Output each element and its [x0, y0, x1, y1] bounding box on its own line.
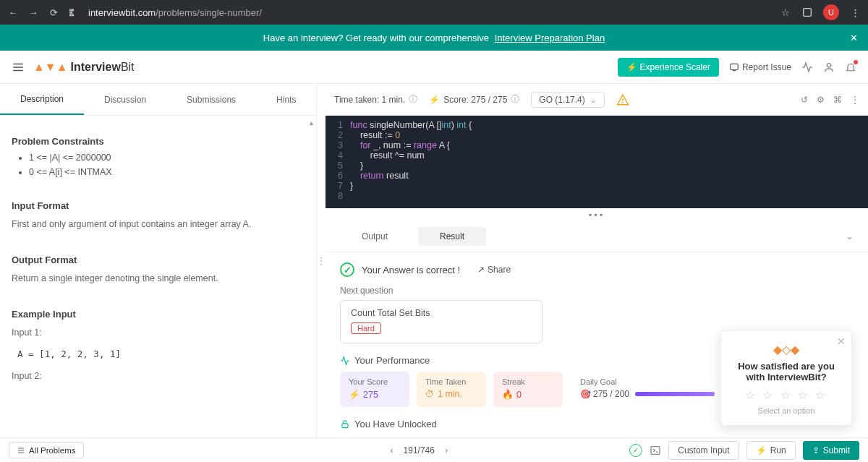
more-icon[interactable]: ⋮	[851, 95, 859, 105]
constraints-title: Problem Constraints	[12, 136, 305, 147]
score-chip: ⚡ Score: 275 / 275 ⓘ	[429, 93, 519, 106]
promo-banner: Have an interview? Get ready with our co…	[0, 25, 868, 51]
app-header: ▲▼▲ InterviewBit ⚡ Experience Scaler Rep…	[0, 51, 868, 84]
correct-row: ✓ Your Answer is correct ! ↗ Share	[340, 257, 854, 278]
editor-toolbar: Time taken: 1 min. ⓘ ⚡ Score: 275 / 275 …	[326, 84, 868, 116]
user-icon[interactable]	[823, 61, 835, 73]
back-icon[interactable]: ←	[7, 7, 19, 18]
extension-icon[interactable]	[801, 7, 813, 18]
svg-rect-1	[70, 12, 72, 13]
all-problems-button[interactable]: All Problems	[9, 442, 84, 458]
output-format-text: Return a single integer denoting the sin…	[12, 271, 305, 286]
banner-close-icon[interactable]: ✕	[850, 33, 858, 43]
profile-avatar[interactable]: U	[823, 4, 839, 20]
next-question-label: Next question	[340, 286, 854, 296]
problem-nav: ‹ 191/746 ›	[388, 445, 451, 455]
correct-msg: Your Answer is correct !	[362, 265, 460, 275]
collapse-icon[interactable]: ⌄	[846, 231, 854, 241]
left-panel: Description Discussion Submissions Hints…	[0, 84, 317, 437]
survey-hint: Select an option	[731, 406, 841, 415]
shortcut-icon[interactable]: ⌘	[833, 95, 842, 105]
console-icon[interactable]	[650, 445, 661, 456]
status-ok-icon[interactable]: ✓	[629, 444, 642, 457]
scroll-up-icon[interactable]: ▴	[310, 119, 313, 127]
code-editor[interactable]: 1func singleNumber(A []int) int { 2 resu…	[326, 116, 868, 208]
panel-resize-handle[interactable]: ⋮	[317, 84, 326, 437]
survey-close-icon[interactable]: ✕	[837, 335, 846, 347]
svg-rect-7	[731, 64, 739, 69]
report-issue-button[interactable]: Report Issue	[729, 62, 791, 72]
next-question-title: Count Total Set Bits	[351, 308, 532, 318]
bell-icon[interactable]	[845, 61, 856, 73]
time-chip: Time taken: 1 min. ⓘ	[334, 93, 417, 106]
activity-icon[interactable]	[801, 61, 813, 73]
hamburger-icon[interactable]	[12, 61, 25, 74]
next-problem-icon[interactable]: ›	[442, 445, 451, 455]
survey-logo-icon: ◆◇◆	[731, 343, 841, 356]
survey-question: How satisfied are you with InterviewBit?	[731, 361, 841, 382]
example-code: A = [1, 2, 2, 3, 1]	[17, 347, 305, 362]
stat-streak: Streak 🔥0	[493, 372, 563, 407]
svg-rect-2	[70, 14, 74, 16]
tab-submissions[interactable]: Submissions	[166, 84, 256, 115]
output-tabs: Output Result ⌄	[326, 221, 868, 252]
input-format-text: First and only argument of input contain…	[12, 217, 305, 231]
goal-progress-bar	[635, 392, 715, 396]
menu-icon[interactable]: ⋮	[849, 7, 861, 18]
experience-scaler-button[interactable]: ⚡ Experience Scaler	[618, 58, 719, 77]
svg-rect-11	[342, 423, 348, 427]
tab-discussion[interactable]: Discussion	[84, 84, 166, 115]
reset-icon[interactable]: ↺	[801, 95, 808, 105]
survey-popup: ✕ ◆◇◆ How satisfied are you with Intervi…	[720, 330, 852, 426]
share-button[interactable]: ↗ Share	[477, 265, 511, 275]
tab-result[interactable]: Result	[418, 227, 486, 246]
svg-point-10	[622, 102, 623, 103]
tab-hints[interactable]: Hints	[256, 84, 316, 115]
custom-input-button[interactable]: Custom Input	[668, 441, 739, 460]
stat-time: Time Taken ⏱1 min.	[417, 372, 486, 407]
output-format-title: Output Format	[12, 254, 305, 265]
svg-point-8	[827, 63, 830, 67]
forward-icon[interactable]: →	[27, 7, 39, 18]
example-label: Input 1:	[12, 325, 305, 340]
browser-bar: ← → ⟳ interviewbit.com/problems/single-n…	[0, 0, 868, 25]
star-icon[interactable]: ☆	[780, 7, 791, 18]
editor-resize-handle[interactable]: •••	[326, 208, 868, 221]
prev-problem-icon[interactable]: ‹	[388, 445, 396, 455]
run-button[interactable]: ⚡Run	[746, 441, 796, 460]
constraint-item: 1 <= |A| <= 2000000	[29, 153, 305, 163]
url-display[interactable]: interviewbit.com/problems/single-number/	[88, 7, 262, 18]
survey-stars[interactable]: ☆ ☆ ☆ ☆ ☆	[731, 388, 841, 402]
difficulty-badge: Hard	[351, 322, 381, 334]
brand-logo[interactable]: ▲▼▲ InterviewBit	[33, 61, 135, 74]
language-select[interactable]: GO (1.17.4) ⌄	[531, 92, 604, 108]
problem-position: 191/746	[404, 445, 435, 455]
tab-description[interactable]: Description	[0, 84, 84, 115]
tab-output[interactable]: Output	[340, 227, 409, 246]
svg-rect-0	[70, 9, 74, 11]
check-icon: ✓	[340, 262, 354, 277]
constraints-list: 1 <= |A| <= 2000000 0 <= A[i] <= INTMAX	[29, 153, 305, 177]
input-format-title: Input Format	[12, 200, 305, 211]
next-question-card[interactable]: Count Total Set Bits Hard	[340, 300, 542, 343]
warning-icon[interactable]	[616, 93, 629, 106]
constraint-item: 0 <= A[i] <= INTMAX	[29, 167, 305, 177]
problem-tabs: Description Discussion Submissions Hints	[0, 84, 316, 116]
example-label: Input 2:	[12, 369, 305, 383]
problem-body: ▴ Problem Constraints 1 <= |A| <= 200000…	[0, 116, 316, 437]
bottom-bar: All Problems ‹ 191/746 › ✓ Custom Input …	[0, 437, 868, 462]
banner-text: Have an interview? Get ready with our co…	[263, 33, 489, 43]
example-title: Example Input	[12, 309, 305, 320]
stat-score: Your Score ⚡275	[340, 372, 409, 407]
submit-button[interactable]: ⇪Submit	[803, 441, 859, 460]
site-settings-icon[interactable]	[68, 7, 80, 18]
settings-icon[interactable]: ⚙	[817, 95, 825, 105]
reload-icon[interactable]: ⟳	[48, 7, 59, 18]
svg-rect-3	[804, 9, 812, 17]
banner-link[interactable]: Interview Preparation Plan	[495, 33, 605, 43]
